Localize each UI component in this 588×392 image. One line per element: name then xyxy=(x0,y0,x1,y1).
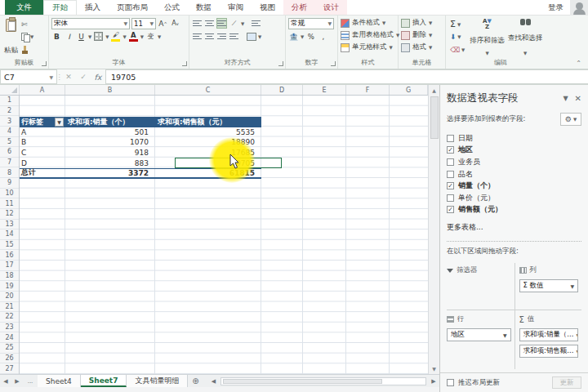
phonetic-button[interactable]: 变 xyxy=(145,31,156,42)
more-tables-link[interactable]: 更多表格... xyxy=(447,222,581,233)
font-name-combo[interactable]: 宋体▼ xyxy=(51,18,130,29)
copy-button[interactable]: ▼ xyxy=(21,32,33,42)
orientation-button[interactable]: ⟋ xyxy=(229,18,239,29)
insert-function-button[interactable]: fx xyxy=(91,69,105,84)
cut-button[interactable]: ✄ xyxy=(21,19,33,29)
values-field-pill[interactable]: 求和项:销量（...▼ xyxy=(519,328,579,341)
values-field-pill[interactable]: 求和项:销售额...▼ xyxy=(519,345,579,358)
field-item-销售额（元）[interactable]: ✓销售额（元） xyxy=(447,204,581,216)
row-header-3[interactable]: 3 xyxy=(0,116,19,127)
field-checkbox[interactable] xyxy=(447,171,454,178)
row-header-21[interactable]: 21 xyxy=(0,302,19,313)
pane-options-button[interactable]: ▼ xyxy=(563,95,568,102)
fill-button[interactable]: ⬇▼ xyxy=(450,32,465,42)
merge-center-button[interactable] xyxy=(246,31,256,42)
field-checkbox[interactable] xyxy=(447,194,454,202)
pivot-data-row[interactable]: D88319705 xyxy=(20,158,261,168)
sheet-tab-文具销量明细[interactable]: 文具销量明细 xyxy=(127,375,188,387)
rows-area[interactable]: 行 地区▼ xyxy=(447,312,514,359)
name-box[interactable]: C7▼ xyxy=(0,69,57,84)
row-header-26[interactable]: 26 xyxy=(0,354,19,364)
tab-数据[interactable]: 数据 xyxy=(188,0,220,15)
tab-审阅[interactable]: 审阅 xyxy=(220,0,252,15)
sheet-overflow-button[interactable]: ... xyxy=(23,375,38,387)
collapse-ribbon-button[interactable]: ⌃ xyxy=(576,60,581,67)
font-size-combo[interactable]: 11▼ xyxy=(131,18,156,29)
field-item-销量（个）[interactable]: ✓销量（个） xyxy=(447,180,581,192)
pivot-data-row[interactable]: A5015535 xyxy=(20,127,261,138)
row-header-25[interactable]: 25 xyxy=(0,343,19,354)
pivot-data-row[interactable]: C91817685 xyxy=(20,148,261,158)
delete-cells-button[interactable]: 删除▼ xyxy=(401,29,443,41)
formula-input[interactable]: 19705 xyxy=(105,69,588,84)
worksheet-grid[interactable]: ABCDEFG 12345678910111213141516171819202… xyxy=(0,85,439,374)
underline-button[interactable]: U xyxy=(76,31,87,42)
rows-field-pill[interactable]: 地区▼ xyxy=(447,328,511,341)
column-header-B[interactable]: B xyxy=(65,85,155,95)
horizontal-scroll-thumb[interactable] xyxy=(223,379,382,384)
format-cells-button[interactable]: 格式▼ xyxy=(401,42,443,53)
accounting-format-button[interactable]: 🏦 xyxy=(288,31,299,42)
tab-公式[interactable]: 公式 xyxy=(156,0,188,15)
tools-gear-button[interactable]: ⚙▼ xyxy=(560,113,581,126)
align-middle-button[interactable] xyxy=(204,18,215,29)
row-header-11[interactable]: 11 xyxy=(0,198,19,209)
column-header-G[interactable]: G xyxy=(390,85,428,95)
field-item-地区[interactable]: ✓地区 xyxy=(447,145,581,157)
hscroll-right-arrow[interactable]: ▶ xyxy=(428,378,439,385)
column-header-C[interactable]: C xyxy=(155,85,261,95)
columns-area[interactable]: 列 Σ 数值▼ xyxy=(514,263,582,310)
fill-color-button[interactable]: 🖌 xyxy=(110,31,121,42)
sort-filter-button[interactable]: A▼Z 排序和筛选 ▼ xyxy=(468,17,506,57)
paste-button[interactable]: 粘贴 xyxy=(2,17,20,57)
number-dialog-launcher[interactable] xyxy=(331,61,336,66)
sheet-nav-left[interactable]: ◀ xyxy=(0,375,11,387)
insert-cells-button[interactable]: 插入▼ xyxy=(401,17,443,29)
align-top-button[interactable] xyxy=(192,18,203,29)
grow-font-button[interactable]: A^ xyxy=(158,18,168,29)
sheet-tab-Sheet7[interactable]: Sheet7 xyxy=(81,375,127,387)
pivot-table[interactable]: 行标签▼ 求和项:销量（个） 求和项:销售额（元） A5015535B10701… xyxy=(20,117,261,179)
autosum-button[interactable]: Σ▼ xyxy=(450,19,465,29)
values-area[interactable]: Σ值 求和项:销量（...▼求和项:销售额...▼ xyxy=(514,312,582,359)
alignment-dialog-launcher[interactable] xyxy=(278,61,283,66)
row-header-16[interactable]: 16 xyxy=(0,250,19,261)
field-checkbox[interactable]: ✓ xyxy=(447,182,454,189)
sheet-nav-right[interactable]: ▶ xyxy=(11,375,23,387)
decrease-indent-button[interactable] xyxy=(229,31,239,42)
format-painter-button[interactable] xyxy=(21,45,33,56)
tab-分析[interactable]: 分析 xyxy=(283,0,315,15)
find-select-button[interactable]: 查找和选择 ▼ xyxy=(506,17,545,57)
align-right-button[interactable] xyxy=(216,31,227,42)
field-item-单价（元）[interactable]: 单价（元） xyxy=(447,192,581,204)
user-account-button[interactable] xyxy=(570,0,588,16)
column-header-D[interactable]: D xyxy=(261,85,303,95)
tab-开始[interactable]: 开始 xyxy=(43,0,77,15)
row-header-12[interactable]: 12 xyxy=(0,209,19,220)
hscroll-left-arrow[interactable]: ◀ xyxy=(207,378,219,385)
column-header-E[interactable]: E xyxy=(303,85,346,95)
confirm-entry-button[interactable]: ✓ xyxy=(76,69,91,84)
row-header-22[interactable]: 22 xyxy=(0,312,19,323)
select-all-corner[interactable] xyxy=(0,85,20,95)
column-header-F[interactable]: F xyxy=(346,85,390,95)
row-header-6[interactable]: 6 xyxy=(0,147,19,158)
conditional-formatting-button[interactable]: 条件格式▼ xyxy=(341,17,395,29)
field-item-品名[interactable]: 品名 xyxy=(447,168,581,180)
field-checkbox[interactable]: ✓ xyxy=(447,146,454,154)
italic-button[interactable]: I xyxy=(64,31,74,42)
clipboard-dialog-launcher[interactable] xyxy=(42,61,47,66)
column-header-A[interactable]: A xyxy=(20,85,65,95)
align-center-button[interactable] xyxy=(204,31,215,42)
columns-field-pill[interactable]: Σ 数值▼ xyxy=(519,279,579,292)
sheet-tab-Sheet4[interactable]: Sheet4 xyxy=(38,375,81,387)
pane-close-button[interactable]: ✕ xyxy=(575,94,581,103)
row-header-4[interactable]: 4 xyxy=(0,127,19,137)
shrink-font-button[interactable]: Av xyxy=(170,18,180,29)
row-header-1[interactable]: 1 xyxy=(0,96,19,106)
pivot-total-row[interactable]: 总计 3372 61815 xyxy=(20,168,261,179)
row-header-20[interactable]: 20 xyxy=(0,292,19,302)
vertical-scrollbar[interactable]: ▲ ▼ xyxy=(428,85,439,374)
comma-style-button[interactable]: , xyxy=(318,31,328,42)
row-header-27[interactable]: 27 xyxy=(0,363,19,374)
